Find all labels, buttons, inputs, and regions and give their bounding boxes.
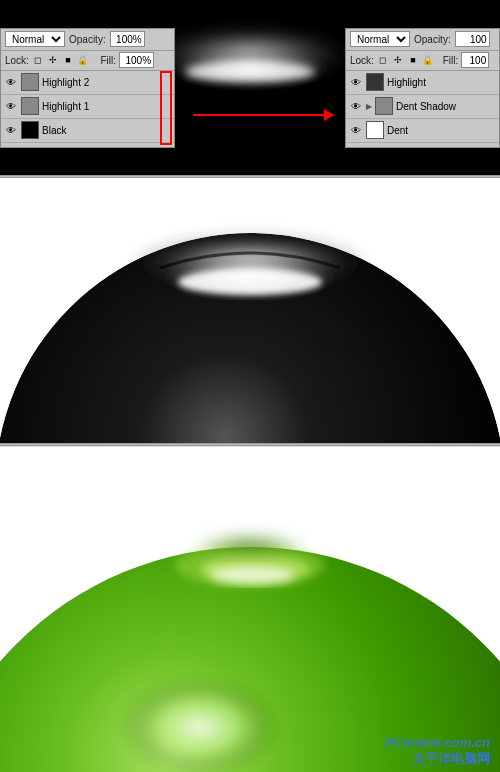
opacity-label-right: Opacity: [414,34,451,45]
fill-label-left: Fill: [100,55,116,66]
fill-label-right: Fill: [443,55,459,66]
thumb-black [21,121,39,139]
layer-row-highlight2[interactable]: 👁 Highlight 2 [1,71,174,95]
layer-name-dent: Dent [387,125,408,136]
lock-all-icon-right[interactable]: 🔒 [422,54,434,66]
lock-icon-right[interactable]: ◻ [377,54,389,66]
lock-label-right: Lock: [350,55,374,66]
layer-name-dentshadow: Dent Shadow [396,101,456,112]
eye-icon-highlight1[interactable]: 👁 [4,99,18,113]
eye-icon-black[interactable]: 👁 [4,123,18,137]
svg-point-1 [165,50,335,86]
brush-icon-right[interactable]: ■ [407,54,419,66]
svg-point-2 [185,62,315,82]
thumb-highlight-r [366,73,384,91]
move-icon-left[interactable]: ✢ [47,54,59,66]
thumb-dent [366,121,384,139]
right-panel-header: Normal Opacity: [346,29,499,51]
fill-input-left[interactable] [119,52,154,68]
bottom-section: PConline.com.cn 太平洋电脑网 [0,446,500,772]
right-panel-toolbar: Lock: ◻ ✢ ■ 🔒 Fill: [346,51,499,71]
layer-row-highlight1[interactable]: 👁 Highlight 1 [1,95,174,119]
fill-input-right[interactable] [461,52,489,68]
eye-icon-dent[interactable]: 👁 [349,123,363,137]
right-layer-panel: Normal Opacity: Lock: ◻ ✢ ■ 🔒 Fill: 👁 Hi… [345,28,500,148]
layer-row-dent[interactable]: 👁 Dent [346,119,499,143]
eye-icon-dentshadow[interactable]: 👁 [349,99,363,113]
blend-mode-select-left[interactable]: Normal [5,31,65,47]
layer-name-black: Black [42,125,66,136]
opacity-label-left: Opacity: [69,34,106,45]
layer-row-dentshadow[interactable]: 👁 ▶ Dent Shadow [346,95,499,119]
eye-icon-highlight2[interactable]: 👁 [4,75,18,89]
opacity-input-left[interactable] [110,31,145,47]
svg-point-7 [178,269,322,295]
lock-icon-left[interactable]: ◻ [32,54,44,66]
lock-all-icon-left[interactable]: 🔒 [77,54,89,66]
left-panel-toolbar: Lock: ◻ ✢ ■ 🔒 Fill: [1,51,174,71]
thumb-highlight1 [21,97,39,115]
brush-icon-left[interactable]: ■ [62,54,74,66]
svg-point-10 [120,677,280,773]
thumb-dentshadow [375,97,393,115]
left-panel-header: Normal Opacity: [1,29,174,51]
thumb-highlight2 [21,73,39,91]
left-layer-panel: Normal Opacity: Lock: ◻ ✢ ■ 🔒 Fill: 👁 Hi… [0,28,175,148]
svg-point-14 [210,566,294,584]
lock-label-left: Lock: [5,55,29,66]
layer-name-highlight-r: Highlight [387,77,426,88]
layer-name-highlight1: Highlight 1 [42,101,89,112]
arrow-container [175,103,350,127]
layer-row-black[interactable]: 👁 Black [1,119,174,143]
move-icon-right[interactable]: ✢ [392,54,404,66]
merge-arrow [193,114,333,116]
blend-mode-select-right[interactable]: Normal [350,31,410,47]
left-layer-list: 👁 Highlight 2 👁 Highlight 1 👁 Black [1,71,174,143]
layer-name-highlight2: Highlight 2 [42,77,89,88]
eye-icon-highlight-r[interactable]: 👁 [349,75,363,89]
top-section: Normal Opacity: Lock: ◻ ✢ ■ 🔒 Fill: 👁 Hi… [0,0,500,175]
middle-section [0,178,500,443]
layer-row-highlight-r[interactable]: 👁 Highlight [346,71,499,95]
right-layer-list: 👁 Highlight 👁 ▶ Dent Shadow 👁 Dent [346,71,499,143]
opacity-input-right[interactable] [455,31,490,47]
